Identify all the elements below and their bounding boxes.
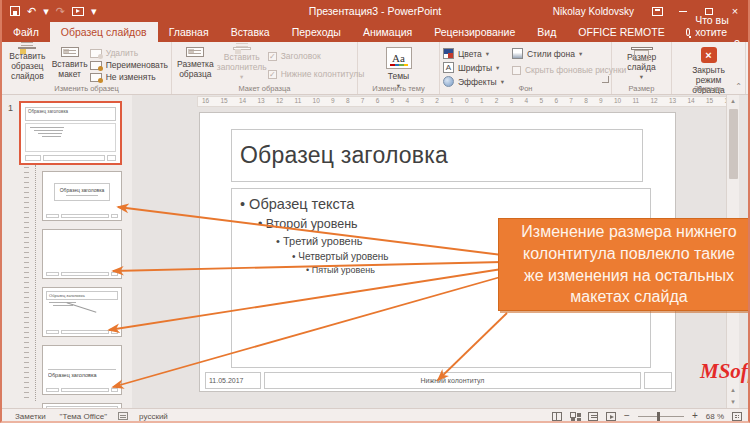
thumbnail-master[interactable]: Образец заголовка [19,101,122,165]
colors-dropdown-icon: ▾ [486,50,489,58]
zoom-slider-thumb[interactable] [657,412,660,421]
tab-file[interactable]: Файл [2,22,50,42]
insert-slide-master-icon [18,47,36,49]
next-slide-icon[interactable]: ▾ [727,396,739,408]
slide-sorter-view-icon[interactable] [570,412,580,421]
group-label-close: Закрыть [672,84,745,93]
watermark: MSoffice P rowork.com [700,357,750,386]
tab-slide-master[interactable]: Образец слайдов [50,22,158,42]
close-master-view-button[interactable]: × Закрыть режим образца [677,45,741,82]
reading-view-icon[interactable] [588,412,598,421]
fonts-icon: A [443,62,454,73]
title-checkbox-box: ✓ [268,52,277,61]
quick-access-toolbar: ↶ ▾ ↷ ▾ [2,6,97,17]
collapse-ribbon-icon[interactable]: ⌃ [735,82,742,91]
insert-layout-label: Вставить макет [52,60,88,80]
footers-checkbox-label: Нижние колонтитулы [281,69,365,79]
tab-home[interactable]: Главная [158,22,220,42]
ribbon-display-options-icon [652,7,663,16]
master-layout-label: Разметка образца [177,60,214,80]
theme-name: "Тема Office" [53,412,115,421]
ruler-tick-number: 6 [554,98,558,105]
thumb-footer-row [46,214,118,218]
ruler-tick-number: 3 [510,98,514,105]
tab-review[interactable]: Рецензирование [423,22,526,42]
ribbon-tab-bar: Файл Образец слайдов Главная Вставка Пер… [2,22,748,42]
slide-size-button[interactable]: Размер слайда ▾ [616,45,668,82]
delete-label: Удалить [106,48,138,58]
date-placeholder[interactable]: 11.05.2017 [205,372,261,389]
zoom-slider[interactable] [638,416,684,417]
undo-icon[interactable]: ↶ [27,6,36,17]
thumbnail-section-layout[interactable]: Образец заголовка [42,345,122,395]
delete-icon [90,49,102,58]
thumb-footer-row [46,388,118,392]
tab-insert[interactable]: Вставка [220,22,281,42]
scrollbar-thumb[interactable] [729,109,738,179]
tab-office-remote[interactable]: OFFICE REMOTE [567,22,675,42]
ruler-tick-number: 8 [346,98,350,105]
hide-background-checkbox-box [512,66,521,75]
colors-button[interactable]: Цвета ▾ [443,48,504,59]
zoom-out-icon[interactable]: − [624,411,630,421]
background-styles-button[interactable]: Стили фона ▾ [512,48,626,59]
normal-view-icon[interactable] [552,412,562,421]
minimize-button[interactable] [670,0,696,22]
tab-view[interactable]: Вид [526,22,567,42]
group-label-background: Фон [440,84,611,93]
title-placeholder[interactable]: Образец заголовка [231,129,643,182]
group-label-edit-master: Изменить образец [2,84,171,93]
insert-slide-master-button[interactable]: Вставить образец слайдов [5,45,50,82]
customize-qat-icon[interactable]: ▾ [91,6,97,17]
thumbnail-title-layout[interactable]: Образец заголовка [42,171,122,221]
rename-button[interactable]: Переименовать [90,60,168,70]
thumbnail-content-layout[interactable]: Образец заголовка [42,287,122,337]
slideshow-view-icon[interactable] [606,412,616,421]
slide-thumbnail-panel[interactable]: 1 Образец заголовка Образец заголовка [2,95,132,408]
ruler-tick-number: 5 [539,98,543,105]
themes-button[interactable]: Aa Темы ▾ [376,45,422,82]
start-slideshow-icon[interactable] [72,7,84,16]
preserve-button[interactable]: Не изменять [90,72,168,82]
hide-background-checkbox: Скрыть фоновые рисунки [512,65,626,75]
fonts-button[interactable]: A Шрифты ▾ [443,62,504,73]
ruler-tick-number: 2 [495,98,499,105]
thumb-diagonal-line [67,302,97,313]
ruler-tick-number: 2 [435,98,439,105]
thumbnail-blank-layout[interactable] [42,229,122,279]
fit-to-window-icon[interactable] [732,412,742,421]
zoom-level[interactable]: 68 % [706,412,724,421]
lightbulb-icon [686,28,691,36]
account-user-name[interactable]: Nikolay Koldovsky [553,6,634,17]
horizontal-ruler[interactable]: 1615141312111098765432101234567891011121… [197,96,737,107]
ruler-tick-number: 7 [569,98,573,105]
ruler-tick-number: 7 [361,98,365,105]
insert-layout-button[interactable]: Вставить макет [50,45,90,82]
group-background: Цвета ▾ A Шрифты ▾ Эффекты ▾ Стили фона [440,42,612,94]
ribbon-display-options-button[interactable] [644,0,670,22]
dialog-launcher-icon[interactable] [602,76,609,83]
master-layout-button[interactable]: Разметка образца [175,45,216,82]
footer-placeholder[interactable]: Нижний колонтитул [264,372,641,389]
zoom-in-icon[interactable]: + [692,411,698,421]
undo-dropdown-icon[interactable]: ▾ [43,6,49,17]
ruler-tick-number: 10 [614,98,621,105]
group-edit-master: Вставить образец слайдов Вставить макет … [2,42,172,94]
tab-animations[interactable]: Анимация [352,22,423,42]
group-master-layout: Разметка образца Вставить заполнитель ▾ … [172,42,358,94]
colors-icon [443,48,454,59]
thumbnail-number: 1 [8,103,13,113]
title-checkbox: ✓ Заголовок [268,51,365,61]
save-icon[interactable] [10,6,20,16]
preserve-label: Не изменять [106,72,156,82]
scroll-up-icon[interactable]: ▴ [727,95,739,107]
ruler-tick-number: 4 [405,98,409,105]
proofing-icon[interactable] [118,412,128,420]
tell-me-box[interactable]: Что вы хотите сделать? [676,22,750,42]
notes-button[interactable]: Заметки [8,412,53,421]
language-indicator[interactable]: русский [132,412,175,421]
slide-number-placeholder[interactable] [644,372,672,389]
footers-checkbox-box: ✓ [268,70,277,79]
insert-placeholder-button: Вставить заполнитель ▾ [216,45,268,82]
tab-transitions[interactable]: Переходы [281,22,352,42]
